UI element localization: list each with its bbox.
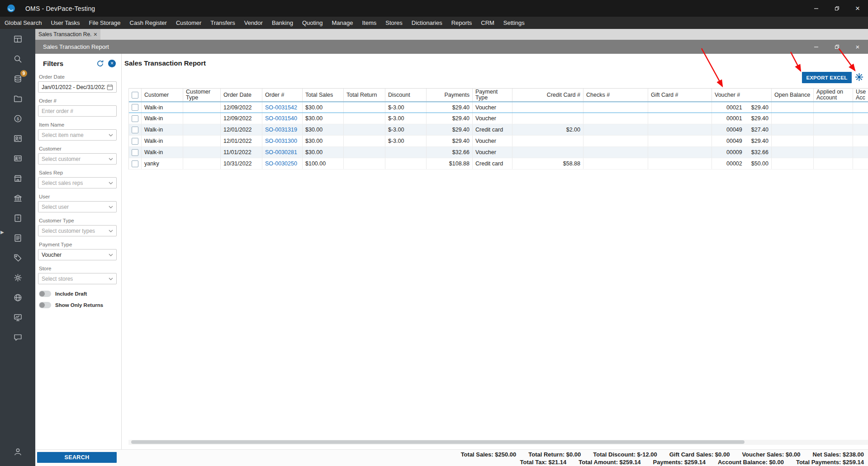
column-header-customer[interactable]: Customer	[142, 89, 183, 101]
table-row[interactable]: Walk-in12/01/2022SO-0031319$30.00$-3.00$…	[129, 124, 868, 136]
column-header-open-balance[interactable]: Open Balance	[772, 89, 814, 101]
sidebar-item-finance[interactable]: $	[0, 108, 35, 128]
sidebar-item-cash-register[interactable]: 9	[0, 69, 35, 89]
column-header-total-return[interactable]: Total Return	[344, 89, 385, 101]
column-header-total-sales[interactable]: Total Sales	[303, 89, 344, 101]
sidebar-item-chat[interactable]	[0, 327, 35, 347]
menu-item-global-search[interactable]: Global Search	[0, 19, 46, 26]
column-header-discount[interactable]: Discount	[385, 89, 427, 101]
refresh-filters-icon[interactable]	[96, 60, 104, 67]
horizontal-scrollbar[interactable]	[128, 440, 868, 445]
column-header-order[interactable]: Order #	[262, 89, 303, 101]
menu-item-stores[interactable]: Stores	[381, 19, 407, 26]
sidebar-item-globe[interactable]	[0, 287, 35, 307]
export-excel-button[interactable]: EXPORT EXCEL	[802, 72, 852, 83]
inner-minimize-button[interactable]	[806, 40, 826, 54]
sidebar-item-folder[interactable]	[0, 89, 35, 108]
voucher-number: 00009	[726, 149, 742, 155]
menu-item-settings[interactable]: Settings	[499, 19, 529, 26]
order-number-link[interactable]: SO-0030250	[265, 160, 297, 167]
column-header-gift-card[interactable]: Gift Card #	[648, 89, 712, 101]
column-header-use-acc[interactable]: Use Acc	[853, 89, 868, 101]
column-header-credit-card[interactable]: Credit Card #	[512, 89, 583, 101]
sidebar-item-vendor-card[interactable]	[0, 148, 35, 168]
restore-button[interactable]	[826, 0, 847, 17]
tab-sales-transaction-report[interactable]: Sales Transaction Re... ×	[35, 29, 100, 40]
menu-item-crm[interactable]: CRM	[476, 19, 499, 26]
filter-select-user[interactable]: Select user	[38, 201, 117, 212]
filter-select-sales-rep[interactable]: Select sales reps	[38, 177, 117, 188]
filter-input-order[interactable]: Enter order #	[38, 105, 117, 117]
table-row[interactable]: Walk-in12/01/2022SO-0031300$30.00$-3.00$…	[129, 136, 868, 147]
sidebar-item-quoting[interactable]: ?	[0, 208, 35, 228]
order-number-link[interactable]: SO-0031540	[265, 115, 297, 122]
row-checkbox[interactable]	[132, 115, 138, 122]
sidebar-item-dashboard[interactable]	[0, 29, 35, 49]
sidebar-item-tasks[interactable]	[0, 228, 35, 248]
column-header-payment-type[interactable]: Payment Type	[473, 89, 512, 101]
row-checkbox[interactable]	[132, 138, 138, 145]
sidebar-item-user[interactable]	[0, 442, 35, 461]
sidebar-item-search[interactable]	[0, 49, 35, 69]
menu-item-vendor[interactable]: Vendor	[240, 19, 267, 26]
menu-item-items[interactable]: Items	[357, 19, 381, 26]
toggle-switch-show-only-returns[interactable]	[39, 302, 51, 308]
table-row[interactable]: Walk-in12/09/2022SO-0031542$30.00$-3.00$…	[129, 102, 868, 113]
sidebar-item-tag[interactable]	[0, 248, 35, 268]
panel-expand-arrow-icon[interactable]: ▶	[0, 230, 4, 235]
inner-close-button[interactable]: ×	[847, 40, 868, 54]
menu-item-manage[interactable]: Manage	[327, 19, 357, 26]
filter-input-order-date[interactable]: Jan/01/2022 - Dec/31/2022	[38, 81, 117, 93]
order-number-link[interactable]: SO-0031300	[265, 138, 297, 144]
close-button[interactable]: ×	[847, 0, 868, 17]
column-header-checks[interactable]: Checks #	[583, 89, 648, 101]
sidebar-item-monitor[interactable]	[0, 307, 35, 327]
clear-filters-icon[interactable]: ×	[108, 60, 116, 67]
filter-select-store[interactable]: Select stores	[38, 273, 117, 284]
menu-item-file-storage[interactable]: File Storage	[84, 19, 125, 26]
inner-restore-button[interactable]	[826, 40, 847, 54]
column-header-customer-type[interactable]: Customer Type	[183, 89, 221, 101]
table-row[interactable]: yanky10/31/2022SO-0030250$100.00$108.88C…	[129, 158, 868, 169]
order-number-link[interactable]: SO-0031319	[265, 127, 297, 133]
select-all-checkbox[interactable]	[132, 92, 138, 99]
toggle-switch-include-draft[interactable]	[39, 291, 51, 297]
column-header-applied-on-account[interactable]: Applied on Account	[814, 89, 853, 101]
row-checkbox[interactable]	[132, 160, 138, 167]
menu-item-dictionaries[interactable]: Dictionaries	[407, 19, 447, 26]
menu-item-reports[interactable]: Reports	[447, 19, 477, 26]
filter-select-item-name[interactable]: Select item name	[38, 129, 117, 141]
column-header-payments[interactable]: Payments	[427, 89, 473, 101]
filter-select-customer[interactable]: Select customer	[38, 153, 117, 165]
search-button[interactable]: SEARCH	[37, 452, 117, 463]
sidebar-item-contacts[interactable]	[0, 128, 35, 148]
filter-select-payment-type[interactable]: Voucher	[38, 249, 117, 260]
menu-item-quoting[interactable]: Quoting	[298, 19, 327, 26]
sidebar-item-store[interactable]	[0, 168, 35, 188]
column-header-label: Total Sales	[305, 92, 333, 98]
table-row[interactable]: Walk-in11/01/2022SO-0030281$30.00$32.66V…	[129, 147, 868, 158]
menu-item-user-tasks[interactable]: User Tasks	[46, 19, 84, 26]
row-checkbox[interactable]	[132, 149, 138, 156]
minimize-button[interactable]	[806, 0, 826, 17]
filter-select-customer-type[interactable]: Select customer types	[38, 225, 117, 236]
row-checkbox[interactable]	[132, 104, 138, 111]
grid-settings-gear-icon[interactable]	[854, 72, 864, 82]
column-header-voucher[interactable]: Voucher #	[712, 89, 772, 101]
calendar-icon[interactable]	[107, 84, 113, 90]
order-number-link[interactable]: SO-0031542	[265, 104, 297, 111]
menu-item-cash-register[interactable]: Cash Register	[125, 19, 171, 26]
order-number-link[interactable]: SO-0030281	[265, 149, 297, 155]
column-header-select-all[interactable]	[129, 89, 142, 101]
scrollbar-thumb[interactable]	[131, 440, 745, 444]
table-row[interactable]: Walk-in12/09/2022SO-0031540$30.00$-3.00$…	[129, 113, 868, 124]
column-header-order-date[interactable]: Order Date	[221, 89, 262, 101]
menu-item-banking[interactable]: Banking	[267, 19, 298, 26]
menu-item-customer[interactable]: Customer	[171, 19, 206, 26]
tab-close-icon[interactable]: ×	[94, 31, 97, 38]
sidebar-item-bank[interactable]	[0, 188, 35, 208]
sidebar-item-settings[interactable]	[0, 268, 35, 287]
menu-item-transfers[interactable]: Transfers	[206, 19, 239, 26]
row-checkbox[interactable]	[132, 127, 138, 133]
cell-checks	[583, 113, 648, 124]
